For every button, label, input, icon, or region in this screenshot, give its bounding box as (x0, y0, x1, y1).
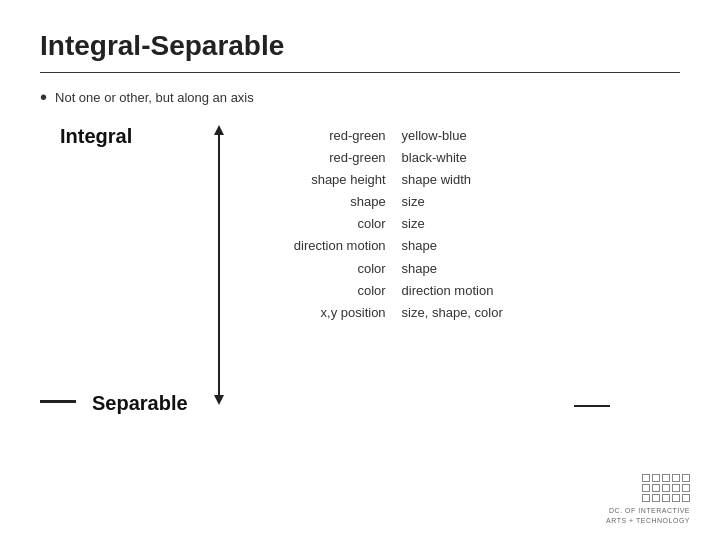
grid-cell (672, 484, 680, 492)
middle-row-1: red-green (329, 125, 385, 147)
right-row-7: shape (402, 258, 437, 280)
slide-title: Integral-Separable (40, 30, 680, 62)
right-column: yellow-blue black-white shape width size… (394, 125, 564, 415)
divider (40, 72, 680, 73)
middle-row-9: x,y position (321, 302, 386, 324)
middle-row-3: shape height (311, 169, 385, 191)
middle-column: red-green red-green shape height shape c… (224, 125, 394, 415)
middle-row-7: color (357, 258, 385, 280)
grid-cell (662, 494, 670, 502)
grid-cell (642, 494, 650, 502)
grid-cell (662, 484, 670, 492)
integral-label: Integral (60, 125, 132, 148)
grid-cell (672, 474, 680, 482)
bullet-dot: • (40, 87, 47, 107)
right-row-9: size, shape, color (402, 302, 503, 324)
right-row-6: shape (402, 235, 437, 257)
middle-row-2: red-green (329, 147, 385, 169)
grid-icon (642, 474, 690, 502)
labels-stack: Integral Separable (40, 125, 188, 415)
right-row-5: size (402, 213, 425, 235)
grid-cell (642, 474, 650, 482)
grid-cell (652, 484, 660, 492)
grid-cell (652, 474, 660, 482)
right-row-1: yellow-blue (402, 125, 467, 147)
slide: Integral-Separable • Not one or other, b… (0, 0, 720, 540)
bullet-text: Not one or other, but along an axis (55, 90, 254, 105)
content-area: Integral Separable red-green red-green s… (40, 125, 680, 415)
logo-text: DC. OF INTERACTIVEARTS + TECHNOLOGY (606, 506, 690, 526)
logo-area: DC. OF INTERACTIVEARTS + TECHNOLOGY (606, 474, 690, 526)
bullet-point: • Not one or other, but along an axis (40, 87, 680, 107)
middle-row-5: color (357, 213, 385, 235)
middle-row-8: color (357, 280, 385, 302)
separable-dash-right (574, 405, 610, 408)
left-section: Integral Separable (40, 125, 224, 415)
grid-cell (682, 484, 690, 492)
right-row-3: shape width (402, 169, 471, 191)
grid-cell (682, 494, 690, 502)
middle-row-4: shape (350, 191, 385, 213)
right-row-2: black-white (402, 147, 467, 169)
separable-label: Separable (92, 392, 188, 415)
separable-row: Separable (40, 392, 188, 415)
grid-cell (662, 474, 670, 482)
grid-cell (642, 484, 650, 492)
bracket (214, 125, 224, 405)
separable-dash-left (40, 400, 76, 403)
bracket-line (218, 135, 220, 395)
bracket-arrow-top (214, 125, 224, 135)
right-row-8: direction motion (402, 280, 494, 302)
bracket-arrow-bottom (214, 395, 224, 405)
middle-row-6: direction motion (294, 235, 386, 257)
grid-cell (672, 494, 680, 502)
right-row-4: size (402, 191, 425, 213)
grid-cell (652, 494, 660, 502)
grid-cell (682, 474, 690, 482)
right-dash-container (574, 125, 610, 415)
